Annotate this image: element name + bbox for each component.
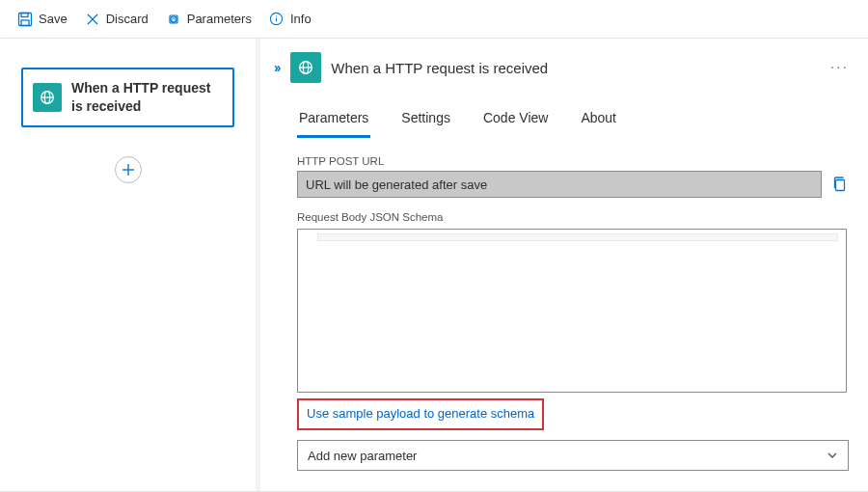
info-button[interactable]: Info bbox=[261, 8, 319, 31]
parameters-icon: @ bbox=[166, 12, 181, 27]
svg-text:@: @ bbox=[170, 15, 176, 22]
discard-button[interactable]: Discard bbox=[77, 8, 156, 31]
parameters-label: Parameters bbox=[187, 12, 252, 26]
close-icon bbox=[85, 12, 100, 27]
http-post-url-label: HTTP POST URL bbox=[297, 155, 849, 167]
tab-about[interactable]: About bbox=[579, 104, 618, 138]
use-sample-payload-link[interactable]: Use sample payload to generate schema bbox=[307, 406, 534, 421]
command-bar: Save Discard @ Parameters Info bbox=[0, 0, 868, 39]
info-label: Info bbox=[290, 12, 312, 26]
copy-url-button[interactable] bbox=[831, 176, 849, 193]
trigger-card-title: When a HTTP request is received bbox=[71, 79, 223, 116]
tab-parameters[interactable]: Parameters bbox=[297, 104, 370, 138]
add-parameter-label: Add new parameter bbox=[308, 449, 417, 463]
panel-tabs: Parameters Settings Code View About bbox=[297, 104, 849, 138]
http-request-icon bbox=[33, 83, 62, 112]
http-request-icon bbox=[290, 52, 321, 83]
http-post-url-field: URL will be generated after save bbox=[297, 171, 822, 198]
parameters-button[interactable]: @ Parameters bbox=[158, 8, 259, 31]
svg-rect-17 bbox=[836, 180, 845, 191]
more-menu-button[interactable]: ··· bbox=[830, 60, 849, 75]
svg-point-8 bbox=[276, 15, 277, 16]
collapse-button[interactable]: ›› bbox=[272, 60, 281, 75]
info-icon bbox=[269, 12, 285, 27]
schema-textarea[interactable] bbox=[297, 229, 847, 393]
details-panel: ›› When a HTTP request is received ··· P… bbox=[260, 39, 868, 491]
add-step-button[interactable] bbox=[115, 156, 142, 183]
save-button[interactable]: Save bbox=[10, 8, 75, 31]
panel-title: When a HTTP request is received bbox=[331, 60, 548, 76]
add-parameter-dropdown[interactable]: Add new parameter bbox=[297, 440, 849, 471]
discard-label: Discard bbox=[106, 12, 149, 26]
tab-settings[interactable]: Settings bbox=[399, 104, 452, 138]
schema-label: Request Body JSON Schema bbox=[297, 211, 849, 223]
save-label: Save bbox=[39, 12, 68, 26]
tab-code-view[interactable]: Code View bbox=[481, 104, 550, 138]
highlight-box: Use sample payload to generate schema bbox=[297, 398, 544, 430]
trigger-card[interactable]: When a HTTP request is received bbox=[21, 68, 234, 127]
save-icon bbox=[17, 12, 33, 27]
svg-rect-1 bbox=[21, 13, 28, 16]
designer-canvas: When a HTTP request is received bbox=[0, 39, 260, 491]
svg-rect-2 bbox=[21, 20, 29, 26]
chevron-down-icon bbox=[827, 450, 838, 461]
